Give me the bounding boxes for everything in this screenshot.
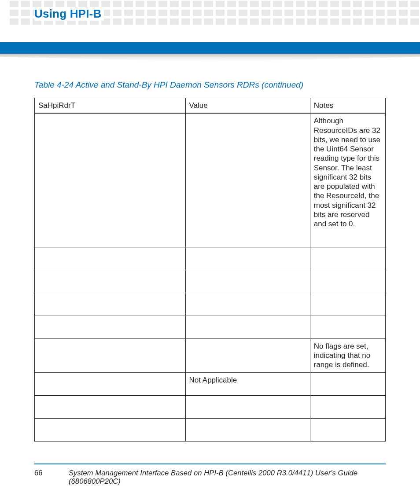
table-row — [35, 270, 386, 293]
table-caption: Table 4-24 Active and Stand-By HPI Daemo… — [34, 80, 386, 90]
page-number: 66 — [34, 469, 45, 477]
cell-notes: Although ResourceIDs are 32 bits, we nee… — [310, 113, 385, 247]
cell-notes — [310, 395, 385, 418]
cell-value — [185, 113, 310, 247]
header-shadow — [0, 54, 420, 62]
cell-sahpirdrt — [35, 418, 186, 441]
table-row — [35, 395, 386, 418]
table-row — [35, 316, 386, 338]
cell-value — [185, 338, 310, 372]
footer-rule — [34, 464, 386, 464]
cell-value — [185, 293, 310, 316]
cell-sahpirdrt — [35, 113, 186, 247]
table-header-row: SaHpiRdrT Value Notes — [35, 98, 386, 114]
cell-sahpirdrt — [35, 293, 186, 316]
cell-sahpirdrt — [35, 316, 186, 338]
cell-sahpirdrt — [35, 372, 186, 395]
cell-value — [185, 247, 310, 270]
table-row: No flags are set, indicating that no ran… — [35, 338, 386, 372]
cell-value — [185, 395, 310, 418]
cell-sahpirdrt — [35, 247, 186, 270]
doc-title: System Management Interface Based on HPI… — [69, 469, 386, 486]
rdr-table: SaHpiRdrT Value Notes Although ResourceI… — [34, 98, 386, 441]
table-row — [35, 247, 386, 270]
col-header-value: Value — [185, 98, 310, 114]
header-blue-bar — [0, 42, 420, 54]
section-title: Using HPI-B — [34, 7, 104, 21]
cell-notes — [310, 372, 385, 395]
page-footer: 66 System Management Interface Based on … — [34, 464, 386, 486]
table-row — [35, 293, 386, 316]
cell-notes — [310, 418, 385, 441]
cell-value — [185, 270, 310, 293]
cell-sahpirdrt — [35, 395, 186, 418]
cell-notes — [310, 293, 385, 316]
cell-sahpirdrt — [35, 338, 186, 372]
cell-value — [185, 418, 310, 441]
table-row: Although ResourceIDs are 32 bits, we nee… — [35, 113, 386, 247]
cell-notes — [310, 316, 385, 338]
cell-notes — [310, 270, 385, 293]
col-header-sahpirdrt: SaHpiRdrT — [35, 98, 186, 114]
cell-value: Not Applicable — [185, 372, 310, 395]
cell-sahpirdrt — [35, 270, 186, 293]
table-row — [35, 418, 386, 441]
cell-notes: No flags are set, indicating that no ran… — [310, 338, 385, 372]
col-header-notes: Notes — [310, 98, 385, 114]
cell-notes — [310, 247, 385, 270]
table-row: Not Applicable — [35, 372, 386, 395]
cell-value — [185, 316, 310, 338]
